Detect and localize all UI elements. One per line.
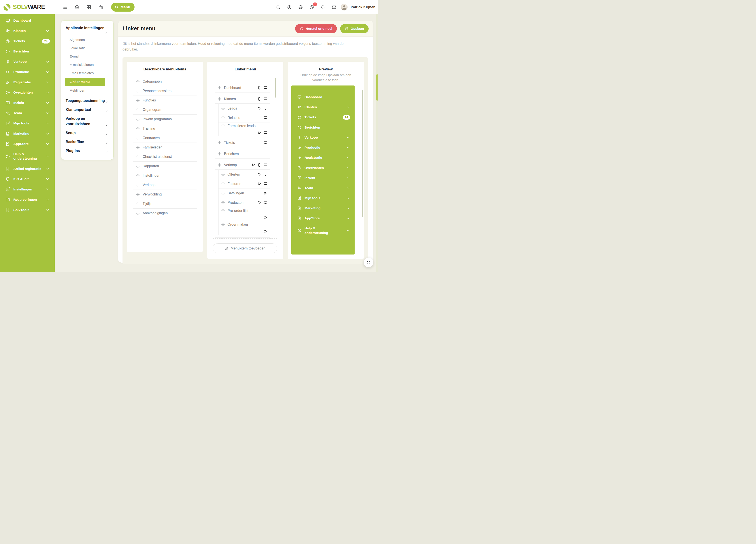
menu-button[interactable]: Menu (111, 3, 135, 12)
available-item-inwerk-programma[interactable]: Inwerk programma (133, 114, 197, 124)
sidebar-item-team[interactable]: Team (0, 108, 55, 118)
menu-row-verkoop[interactable]: Verkoop (215, 160, 270, 170)
person-check-icon[interactable] (257, 173, 261, 176)
desktop-icon[interactable] (264, 116, 267, 120)
person-check-icon[interactable] (257, 201, 261, 205)
user-name[interactable]: Patrick Krijnen (351, 5, 375, 9)
menu-row-klanten[interactable]: Klanten (215, 94, 270, 104)
desktop-icon[interactable] (264, 131, 267, 135)
save-button[interactable]: Opslaan (340, 24, 369, 33)
language-button[interactable] (296, 3, 305, 12)
settings-item-e-mailsjablonen[interactable]: E-mailsjablonen (66, 61, 108, 69)
person-check-icon[interactable] (257, 131, 261, 135)
menu-row-betalingen[interactable]: Betalingen (218, 188, 270, 198)
menu-row-tickets[interactable]: Tickets (215, 138, 270, 147)
sidebar-item-registratie[interactable]: Registratie (0, 77, 55, 88)
desktop-icon[interactable] (264, 86, 267, 90)
menu-row-formulieren-leads[interactable]: Formulieren leads (218, 122, 270, 136)
desktop-icon[interactable] (264, 201, 267, 205)
sidebar-item-mijn-tools[interactable]: Mijn tools (0, 118, 55, 129)
chat-fab-button[interactable] (364, 258, 373, 267)
brand-logo[interactable]: SOLVWARE (0, 3, 55, 11)
tasks-button[interactable] (73, 3, 81, 12)
person-check-icon[interactable] (264, 230, 267, 233)
available-item-verkoop[interactable]: Verkoop (133, 180, 197, 190)
available-item-categorie-n[interactable]: Categorieën (133, 77, 197, 86)
settings-section-verkoop-en-vooruitzichten[interactable]: Verkoop en vooruitzichten (66, 116, 108, 127)
desktop-icon[interactable] (264, 163, 267, 167)
notifications-button[interactable] (319, 3, 327, 12)
sidebar-item-appstore[interactable]: AppStore (0, 139, 55, 149)
available-item-checklist-uit-dienst[interactable]: Checklist uit dienst (133, 152, 197, 162)
sidebar-item-dashboard[interactable]: Dashboard (0, 16, 55, 26)
menu-row-pre-order-lijst[interactable]: Pre-order lijst (218, 207, 270, 221)
menu-row-offertes[interactable]: Offertes (218, 170, 270, 179)
sidebar-item-inzicht[interactable]: Inzicht (0, 98, 55, 108)
person-check-icon[interactable] (264, 216, 267, 220)
available-item-aankondigingen[interactable]: Aankondigingen (133, 209, 197, 218)
settings-section-toegangstoestemming[interactable]: Toegangstoestemming (66, 98, 108, 103)
sidebar-item-klanten[interactable]: Klanten (0, 26, 55, 36)
preview-scrollbar[interactable] (362, 90, 363, 217)
sidebar-item-overzichten[interactable]: Overzichten (0, 88, 55, 98)
available-item-organogram[interactable]: Organogram (133, 105, 197, 115)
sidebar-item-marketing[interactable]: Marketing (0, 129, 55, 139)
settings-item-algemeen[interactable]: Algemeen (66, 36, 108, 44)
mobile-icon[interactable] (257, 97, 261, 101)
person-check-icon[interactable] (257, 182, 261, 186)
menu-row-leads[interactable]: Leads (218, 103, 270, 113)
search-button[interactable] (274, 3, 283, 12)
settings-section-setup[interactable]: Setup (66, 130, 108, 136)
available-item-tijdlijn[interactable]: Tijdlijn (133, 199, 197, 209)
settings-item-lokalisatie[interactable]: Lokalisatie (66, 44, 108, 52)
available-item-instellingen[interactable]: Instellingen (133, 171, 197, 180)
add-new-button[interactable] (285, 3, 294, 12)
available-item-training[interactable]: Training (133, 124, 197, 133)
settings-item-email-templates[interactable]: Email templates (66, 69, 108, 77)
add-menu-item-button[interactable]: Menu-item toevoegen (213, 244, 277, 253)
mobile-icon[interactable] (257, 86, 261, 90)
messages-button[interactable] (330, 3, 338, 12)
page-scrollbar-thumb[interactable] (376, 74, 378, 101)
settings-item-linker-menu[interactable]: Linker menu (65, 78, 105, 86)
available-item-personeeldossiers[interactable]: Personeeldossiers (133, 86, 197, 96)
sidebar-item-artikel-registratie[interactable]: Artikel registratie (0, 164, 55, 174)
person-check-icon[interactable] (257, 107, 261, 110)
mobile-icon[interactable] (257, 163, 261, 167)
person-check-icon[interactable] (251, 163, 255, 167)
menu-row-relaties[interactable]: Relaties (218, 113, 270, 123)
menu-row-berichten[interactable]: Berichten (215, 149, 270, 159)
user-avatar[interactable] (341, 4, 348, 11)
settings-item-meldingen[interactable]: Meldingen (66, 86, 108, 95)
available-item-functies[interactable]: Functies (133, 96, 197, 105)
desktop-icon[interactable] (264, 97, 267, 101)
settings-collapse-control[interactable] (66, 30, 108, 35)
person-check-icon[interactable] (264, 191, 267, 195)
sidebar-item-iso-audit[interactable]: ISO Audit (0, 174, 55, 184)
desktop-icon[interactable] (264, 182, 267, 186)
briefcase-button[interactable] (96, 3, 105, 12)
sidebar-item-productie[interactable]: Productie (0, 67, 55, 77)
desktop-icon[interactable] (264, 141, 267, 145)
dropzone-scrollbar[interactable] (275, 78, 276, 98)
desktop-icon[interactable] (264, 107, 267, 110)
desktop-icon[interactable] (264, 173, 267, 176)
time-tracking-button[interactable]: 2 (307, 3, 316, 12)
sidebar-item-berichten[interactable]: Berichten (0, 46, 55, 57)
available-item-contracten[interactable]: Contracten (133, 133, 197, 143)
sidebar-item-instellingen[interactable]: Instellingen (0, 184, 55, 194)
settings-section-plug-ins[interactable]: Plug-ins (66, 148, 108, 154)
apps-grid-button[interactable] (84, 3, 93, 12)
sidebar-item-help-ondersteuning[interactable]: Help & ondersteuning (0, 149, 55, 164)
available-item-verwachting[interactable]: Verwachting (133, 190, 197, 199)
menu-row-facturen[interactable]: Facturen (218, 179, 270, 189)
available-item-familieleden[interactable]: Familieleden (133, 143, 197, 152)
sidebar-item-verkoop[interactable]: Verkoop (0, 57, 55, 67)
sidebar-item-reserveringen[interactable]: Reserveringen (0, 194, 55, 205)
restore-original-button[interactable]: Herstel origineel (295, 24, 337, 33)
settings-section-klantenportaal[interactable]: Klantenportaal (66, 107, 108, 112)
settings-section-backoffice[interactable]: Backoffice (66, 139, 108, 145)
menu-dropzone[interactable]: DashboardKlantenLeadsRelatiesFormulieren… (213, 77, 277, 239)
page-scrollbar-track[interactable] (376, 14, 378, 272)
available-item-rapporten[interactable]: Rapporten (133, 161, 197, 171)
